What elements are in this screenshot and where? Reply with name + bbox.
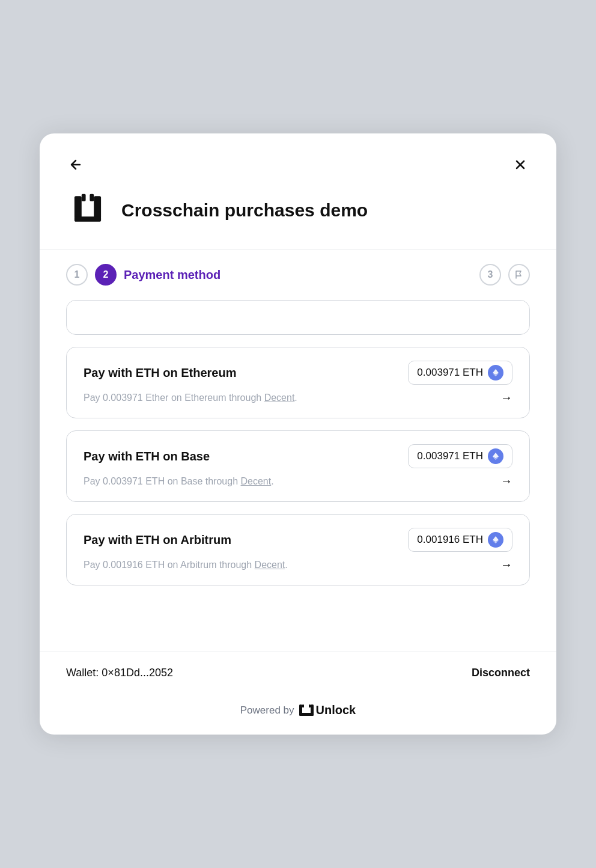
powered-by-label: Powered by: [240, 704, 294, 717]
decent-link-2[interactable]: Decent: [241, 476, 272, 486]
payment-card-top-1: Pay with ETH on Ethereum 0.003971 ETH: [84, 361, 512, 385]
eth-amount-3: 0.001916 ETH: [417, 534, 483, 546]
wallet-info: Wallet: 0×81Dd...2052: [66, 667, 173, 679]
step-flag-icon: [508, 264, 530, 286]
eth-amount-1: 0.003971 ETH: [417, 367, 483, 379]
decent-link-3[interactable]: Decent: [255, 560, 285, 570]
svg-rect-4: [90, 194, 94, 201]
eth-badge-3: 0.001916 ETH: [408, 528, 512, 552]
arrow-icon-1: →: [500, 391, 512, 405]
eth-amount-2: 0.003971 ETH: [417, 450, 483, 462]
back-button[interactable]: [66, 155, 85, 174]
step-3-circle: 3: [479, 264, 501, 286]
step-right: 3: [479, 264, 530, 286]
svg-rect-0: [74, 196, 82, 218]
brand-section: Crosschain purchases demo: [40, 189, 556, 249]
unlock-brand-logo: Unlock: [298, 703, 356, 718]
payment-title-1: Pay with ETH on Ethereum: [84, 366, 236, 380]
modal-container: Crosschain purchases demo 1 2 Payment me…: [40, 133, 556, 735]
payment-option-ethereum[interactable]: Pay with ETH on Ethereum 0.003971 ETH Pa…: [66, 347, 530, 418]
brand-logo: [66, 189, 109, 232]
eth-icon-1: [488, 365, 503, 381]
eth-icon-2: [488, 448, 503, 464]
payment-card-top-3: Pay with ETH on Arbitrum 0.001916 ETH: [84, 528, 512, 552]
eth-icon-3: [488, 532, 503, 548]
payment-desc-2: Pay 0.003971 ETH on Base through Decent.…: [84, 474, 512, 488]
svg-rect-7: [299, 713, 314, 716]
content-area: Pay with ETH on Ethereum 0.003971 ETH Pa…: [40, 286, 556, 652]
payment-desc-1: Pay 0.003971 Ether on Ethereum through D…: [84, 391, 512, 405]
step-1-circle: 1: [66, 264, 88, 286]
payment-title-3: Pay with ETH on Arbitrum: [84, 533, 231, 547]
payment-option-base[interactable]: Pay with ETH on Base 0.003971 ETH Pay 0.…: [66, 430, 530, 502]
eth-badge-1: 0.003971 ETH: [408, 361, 512, 385]
wallet-address: 0×81Dd...2052: [102, 667, 173, 679]
svg-rect-6: [311, 704, 314, 714]
svg-rect-9: [309, 704, 311, 708]
svg-rect-1: [94, 196, 101, 218]
svg-rect-5: [299, 704, 302, 714]
step-2-label: Payment method: [124, 268, 220, 282]
arrow-icon-3: →: [500, 558, 512, 572]
payment-title-2: Pay with ETH on Base: [84, 450, 210, 463]
arrow-icon-2: →: [500, 474, 512, 488]
steps-section: 1 2 Payment method 3: [40, 249, 556, 286]
footer: Wallet: 0×81Dd...2052 Disconnect: [40, 652, 556, 694]
powered-by-section: Powered by Unlock: [40, 694, 556, 735]
eth-badge-2: 0.003971 ETH: [408, 444, 512, 468]
modal-header: [40, 133, 556, 189]
svg-rect-8: [302, 704, 304, 708]
step-2-circle: 2: [95, 264, 117, 286]
svg-rect-3: [82, 194, 86, 201]
disconnect-button[interactable]: Disconnect: [472, 667, 530, 679]
close-button[interactable]: [511, 155, 530, 174]
payment-option-arbitrum[interactable]: Pay with ETH on Arbitrum 0.001916 ETH Pa…: [66, 514, 530, 585]
svg-rect-2: [74, 216, 101, 222]
brand-title: Crosschain purchases demo: [121, 200, 368, 221]
payment-desc-3: Pay 0.001916 ETH on Arbitrum through Dec…: [84, 558, 512, 572]
wallet-label: Wallet:: [66, 667, 99, 679]
payment-card-top-2: Pay with ETH on Base 0.003971 ETH: [84, 444, 512, 468]
decent-link-1[interactable]: Decent: [264, 393, 295, 403]
partial-card: [66, 300, 530, 335]
